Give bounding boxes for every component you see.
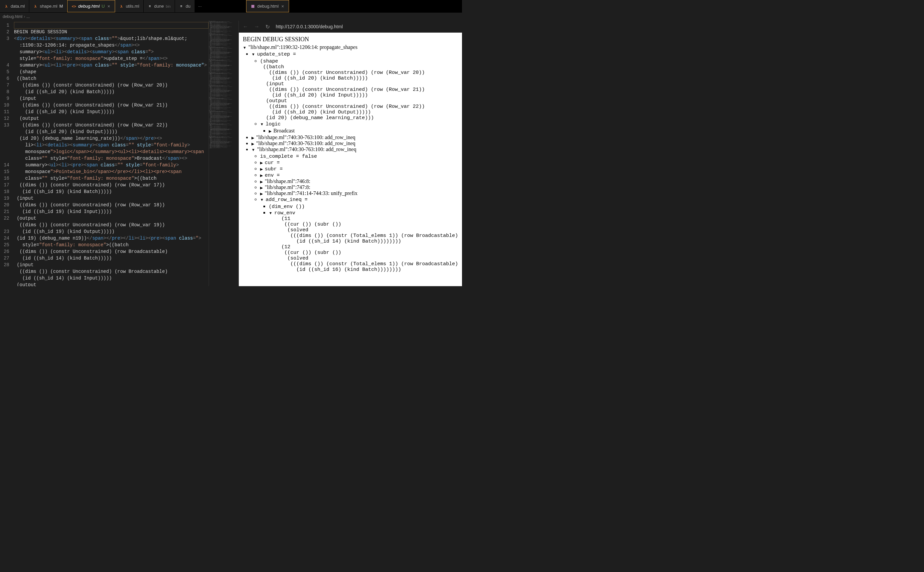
disclosure-triangle-icon[interactable] — [260, 172, 264, 178]
details-summary[interactable]: "lib/shape.ml":746:8: — [265, 178, 310, 184]
preview-pane: ← → ↻ http://127.0.0.1:3000/debug.html B… — [239, 21, 462, 286]
disclosure-triangle-icon[interactable] — [260, 159, 264, 165]
preview-icon: ▦ — [250, 4, 255, 9]
disclosure-triangle-icon[interactable] — [269, 210, 274, 215]
line-number-gutter: 123 45678910111213 141516171819202122 23… — [0, 21, 14, 286]
chevron-right-icon: › — [23, 14, 25, 19]
details-summary[interactable]: env = — [265, 173, 280, 178]
editor-tab-bar: λ data.ml λ shape.ml M <> debug.html U ×… — [0, 0, 462, 12]
tab-label: debug.html — [257, 4, 278, 9]
editor-pane: 123 45678910111213 141516171819202122 23… — [0, 21, 239, 286]
tab-label: du — [186, 4, 190, 9]
disclosure-triangle-icon[interactable] — [260, 196, 265, 202]
disclosure-triangle-icon[interactable] — [251, 51, 256, 57]
code-editor[interactable]: BEGIN DEBUG SESSION<div><details><summar… — [14, 21, 209, 286]
details-summary[interactable]: "lib/shape.ml":747:8: — [265, 184, 310, 190]
ocaml-icon: λ — [4, 4, 9, 9]
details-summary[interactable]: "lib/shape.ml":740:30-763:100: add_row_i… — [257, 146, 356, 152]
disclosure-triangle-icon[interactable] — [269, 128, 273, 134]
pre-text: (dim_env ()) — [269, 204, 305, 210]
disclosure-triangle-icon[interactable] — [251, 134, 256, 140]
nav-forward-button[interactable]: → — [254, 23, 259, 30]
url-bar[interactable]: http://127.0.0.1:3000/debug.html — [276, 24, 458, 29]
details-summary[interactable]: "lib/shape.ml":741:14-744:33: unify_pref… — [265, 190, 358, 196]
details-summary[interactable]: add_row_ineq = — [266, 197, 308, 203]
disclosure-triangle-icon[interactable] — [260, 184, 264, 190]
nav-back-button[interactable]: ← — [243, 23, 248, 30]
untracked-indicator: U — [102, 4, 105, 9]
tab-overflow-button[interactable]: ··· — [195, 0, 205, 12]
nav-reload-button[interactable]: ↻ — [265, 23, 270, 30]
details-summary[interactable]: cur = — [265, 160, 280, 166]
tab-dune-truncated[interactable]: ≡ du — [175, 0, 195, 12]
disclosure-triangle-icon[interactable] — [260, 166, 264, 171]
disclosure-triangle-icon[interactable] — [260, 178, 264, 184]
tab-utils-ml[interactable]: λ utils.ml — [115, 0, 143, 12]
tab-label: debug.html — [78, 4, 99, 9]
modified-indicator: M — [59, 4, 63, 9]
tab-hint: bin — [166, 4, 171, 8]
pre-block: (11 ((cur ()) (subr ()) (solved (((dims … — [275, 216, 458, 272]
details-summary[interactable]: "lib/shape.ml":740:30-763:100: add_row_i… — [256, 140, 355, 146]
dune-icon: ≡ — [179, 4, 184, 9]
page-title: BEGIN DEBUG SESSION — [243, 36, 458, 43]
close-icon[interactable]: × — [281, 4, 285, 9]
details-summary[interactable]: "lib/shape.ml":740:30-763:100: add_row_i… — [256, 134, 355, 140]
details-root[interactable]: "lib/shape.ml":1190:32-1206:14: propagat… — [243, 44, 458, 272]
preview-document[interactable]: BEGIN DEBUG SESSION "lib/shape.ml":1190:… — [239, 33, 462, 286]
breadcrumb-item[interactable]: ... — [26, 14, 29, 19]
disclosure-triangle-icon[interactable] — [251, 140, 256, 146]
ocaml-icon: λ — [33, 4, 38, 9]
minimap[interactable]: BEGIN DEBUG SESSION <div><details><summa… — [209, 21, 239, 286]
tab-label: utils.ml — [126, 4, 139, 9]
disclosure-triangle-icon[interactable] — [260, 121, 265, 126]
preview-toolbar: ← → ↻ http://127.0.0.1:3000/debug.html — [239, 21, 462, 33]
html-icon: <> — [71, 4, 76, 9]
disclosure-triangle-icon[interactable] — [243, 44, 248, 50]
tab-shape-ml[interactable]: λ shape.ml M — [29, 0, 68, 12]
details-summary[interactable]: update_step = — [257, 51, 296, 57]
details-summary[interactable]: "lib/shape.ml":1190:32-1206:14: propagat… — [248, 44, 358, 50]
pre-block: (shape ((batch ((dims ()) (constr Uncons… — [260, 59, 458, 121]
details-summary[interactable]: subr = — [265, 166, 283, 172]
ocaml-icon: λ — [119, 4, 124, 9]
pre-text: is_complete = false — [260, 154, 317, 159]
breadcrumb[interactable]: debug.html › ... — [0, 12, 462, 21]
tab-label: shape.ml — [40, 4, 57, 9]
tab-data-ml[interactable]: λ data.ml — [0, 0, 29, 12]
close-icon[interactable]: × — [107, 4, 111, 9]
details-summary[interactable]: Broadcast — [273, 128, 295, 134]
dune-icon: ≡ — [148, 4, 152, 9]
tab-label: data.ml — [11, 4, 25, 9]
disclosure-triangle-icon[interactable] — [260, 190, 264, 196]
disclosure-triangle-icon[interactable] — [251, 146, 256, 152]
tab-preview-debug-html[interactable]: ▦ debug.html × — [246, 0, 289, 12]
tab-debug-html[interactable]: <> debug.html U × — [67, 0, 115, 12]
breadcrumb-item[interactable]: debug.html — [3, 14, 22, 19]
tab-label: dune — [154, 4, 164, 9]
tab-dune-bin[interactable]: ≡ dune bin — [144, 0, 175, 12]
details-summary[interactable]: row_env — [274, 210, 295, 216]
details-summary[interactable]: logic — [266, 121, 281, 127]
main-split: 123 45678910111213 141516171819202122 23… — [0, 21, 462, 286]
